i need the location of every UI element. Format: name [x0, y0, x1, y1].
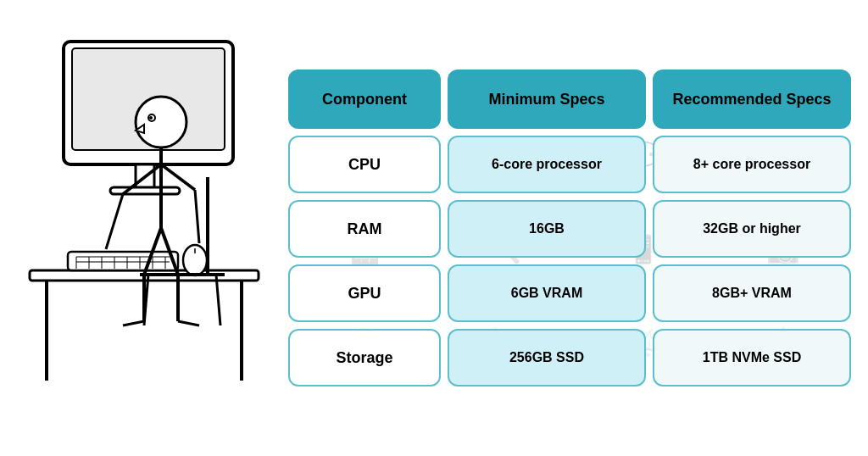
gpu-label: GPU: [348, 285, 381, 303]
cell-storage-component: Storage: [288, 329, 441, 386]
ram-label: RAM: [348, 220, 382, 238]
svg-line-24: [106, 194, 123, 249]
header-minimum-label: Minimum Specs: [488, 91, 604, 108]
table-area: ▶ ♥ 💬 ⭐ 🎬 🔍 📱 📷 🏆 ✏️ 📡 ⚙️ Component Mini…: [288, 61, 860, 395]
svg-line-26: [195, 190, 199, 243]
row-storage: Storage 256GB SSD 1TB NVMe SSD: [288, 329, 851, 386]
cell-cpu-component: CPU: [288, 136, 441, 193]
cell-cpu-rec: 8+ core processor: [653, 136, 851, 193]
storage-rec-label: 1TB NVMe SSD: [703, 350, 801, 365]
header-row: Component Minimum Specs Recommended Spec…: [288, 70, 851, 129]
stick-figure: [13, 25, 275, 431]
cpu-label: CPU: [348, 156, 381, 174]
cell-gpu-rec: 8GB+ VRAM: [653, 264, 851, 322]
cpu-min-label: 6-core processor: [492, 157, 602, 172]
illustration-area: [0, 8, 288, 448]
cell-gpu-component: GPU: [288, 264, 441, 322]
svg-point-21: [149, 116, 153, 120]
cpu-rec-label: 8+ core processor: [693, 157, 810, 172]
header-component: Component: [288, 70, 441, 129]
header-recommended-label: Recommended Specs: [672, 91, 831, 108]
gpu-min-label: 6GB VRAM: [511, 286, 582, 301]
header-component-label: Component: [322, 91, 407, 108]
cell-storage-min: 256GB SSD: [448, 329, 646, 386]
storage-min-label: 256GB SSD: [509, 350, 584, 365]
row-ram: RAM 16GB 32GB or higher: [288, 200, 851, 258]
svg-line-29: [123, 321, 144, 325]
cell-gpu-min: 6GB VRAM: [448, 264, 646, 322]
svg-rect-3: [110, 187, 180, 194]
storage-label: Storage: [336, 349, 392, 367]
row-cpu: CPU 6-core processor 8+ core processor: [288, 136, 851, 193]
svg-line-32: [178, 321, 199, 325]
svg-point-18: [136, 97, 186, 147]
gpu-rec-label: 8GB+ VRAM: [712, 286, 792, 301]
cell-ram-rec: 32GB or higher: [653, 200, 851, 258]
cell-ram-component: RAM: [288, 200, 441, 258]
ram-min-label: 16GB: [529, 221, 565, 236]
header-minimum: Minimum Specs: [448, 70, 646, 129]
svg-rect-5: [68, 252, 178, 270]
ram-rec-label: 32GB or higher: [703, 221, 801, 236]
cell-cpu-min: 6-core processor: [448, 136, 646, 193]
svg-line-36: [216, 275, 220, 325]
cell-storage-rec: 1TB NVMe SSD: [653, 329, 851, 386]
page-container: ▶ ♥ 💬 ⭐ 🎬 🔍 📱 📷 🏆 ✏️ 📡 ⚙️ Component Mini…: [0, 0, 868, 456]
cell-ram-min: 16GB: [448, 200, 646, 258]
header-recommended: Recommended Specs: [653, 70, 851, 129]
row-gpu: GPU 6GB VRAM 8GB+ VRAM: [288, 264, 851, 322]
